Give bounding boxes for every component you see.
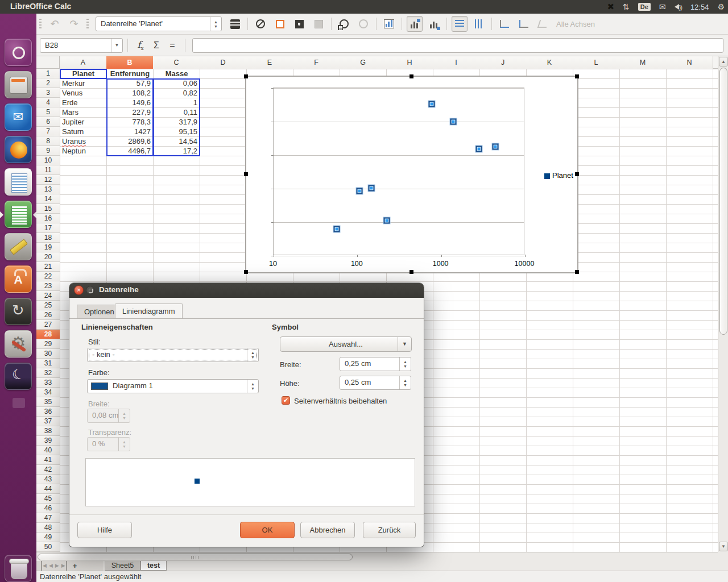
column-header-B[interactable]: B — [106, 56, 154, 69]
data-point[interactable] — [452, 120, 456, 124]
cancel-button[interactable]: Abbrechen — [300, 522, 355, 538]
row-header-32[interactable]: 32 — [36, 368, 60, 378]
data-point[interactable] — [335, 227, 339, 231]
row-header-47[interactable]: 47 — [36, 513, 60, 523]
chart-resize-handle[interactable] — [575, 172, 579, 176]
column-header-G[interactable]: G — [340, 56, 387, 69]
legend-label[interactable]: Planet — [552, 171, 573, 180]
row-header-14[interactable]: 14 — [36, 194, 60, 204]
cell-masse-uranus[interactable]: 14,54 — [154, 137, 199, 147]
row-header-48[interactable]: 48 — [36, 523, 60, 533]
launcher-bleachbit[interactable] — [5, 233, 32, 260]
symbol-height-field[interactable]: 0,25 cm ▲▼ — [340, 376, 411, 390]
fill-color-button[interactable] — [291, 16, 307, 32]
row-header-1[interactable]: 1 — [36, 69, 60, 78]
launcher-system-settings[interactable] — [5, 330, 32, 357]
row-header-25[interactable]: 25 — [36, 301, 60, 310]
row-header-45[interactable]: 45 — [36, 494, 60, 504]
chart-resize-handle[interactable] — [244, 172, 248, 176]
row-header-29[interactable]: 29 — [36, 339, 60, 349]
row-header-22[interactable]: 22 — [36, 272, 60, 281]
cell-planet-venus[interactable]: Venus — [60, 89, 106, 98]
cell-masse-jupiter[interactable]: 317,9 — [154, 118, 199, 127]
clock[interactable]: 12:54 — [690, 3, 709, 11]
chart-object[interactable]: 10100100010000 10001001010,10,01 Planet — [245, 76, 578, 273]
sum-button[interactable]: Σ — [148, 40, 164, 51]
chart-resize-handle[interactable] — [244, 270, 248, 274]
row-header-46[interactable]: 46 — [36, 504, 60, 513]
format-selection-button[interactable] — [227, 16, 243, 32]
row-header-23[interactable]: 23 — [36, 281, 60, 291]
chart-resize-handle[interactable] — [410, 74, 413, 78]
chart-resize-handle[interactable] — [410, 270, 413, 274]
data-point[interactable] — [385, 218, 389, 222]
legend-toggle-button[interactable] — [407, 16, 423, 32]
row-header-18[interactable]: 18 — [36, 233, 60, 243]
cell-masse-erde[interactable]: 1 — [154, 98, 199, 108]
row-header-24[interactable]: 24 — [36, 291, 60, 301]
function-wizard-button[interactable]: fx — [133, 39, 148, 51]
row-header-50[interactable]: 50 — [36, 542, 60, 552]
last-sheet-button[interactable]: ▶ — [61, 561, 67, 571]
mail-icon[interactable]: ✉ — [659, 0, 666, 14]
data-point[interactable] — [477, 147, 481, 151]
row-header-12[interactable]: 12 — [36, 175, 60, 185]
vertical-grid-button[interactable] — [471, 16, 487, 32]
redo-button[interactable]: ↷ — [66, 16, 82, 32]
cell-masse-neptun[interactable]: 17,2 — [154, 147, 199, 156]
cell-entfernung-mars[interactable]: 227,9 — [107, 108, 152, 118]
cell-entfernung-uranus[interactable]: 2869,6 — [107, 137, 152, 147]
row-header-49[interactable]: 49 — [36, 533, 60, 542]
data-point[interactable] — [358, 189, 362, 193]
sheet-tab-test[interactable]: test — [140, 561, 167, 571]
data-table-button[interactable] — [381, 16, 397, 32]
cell-entfernung-venus[interactable]: 108,2 — [107, 89, 152, 98]
line-color-spinner[interactable]: ▲▼ — [247, 380, 258, 393]
next-sheet-button[interactable]: ▶ — [55, 561, 59, 571]
cell-entfernung-saturn[interactable]: 1427 — [107, 127, 152, 137]
cell-planet-jupiter[interactable]: Jupiter — [60, 118, 106, 127]
app-indicator-icon[interactable]: ✖ — [607, 0, 614, 14]
session-gear-icon[interactable]: ⚙ — [717, 0, 725, 14]
column-header-D[interactable]: D — [200, 56, 247, 69]
line-style-spinner[interactable]: ▲▼ — [247, 348, 258, 361]
row-header-21[interactable]: 21 — [36, 262, 60, 272]
cell-masse-merkur[interactable]: 0,06 — [154, 79, 199, 89]
shadow-button[interactable] — [311, 16, 326, 32]
line-color-select[interactable]: Diagramm 1 ▲▼ — [87, 379, 259, 393]
volume-icon[interactable] — [675, 3, 682, 11]
column-header-I[interactable]: I — [433, 56, 480, 69]
row-header-38[interactable]: 38 — [36, 426, 60, 436]
cell-planet-uranus[interactable]: Uranus — [60, 137, 106, 147]
launcher-thunderbird[interactable] — [5, 103, 32, 131]
cell-entfernung-jupiter[interactable]: 778,3 — [107, 118, 152, 127]
launcher-file-manager[interactable] — [5, 71, 32, 98]
undo-button[interactable]: ↶ — [47, 16, 63, 32]
row-header-41[interactable]: 41 — [36, 455, 60, 465]
ok-button[interactable]: OK — [240, 522, 295, 538]
sheet-tab-sheet5[interactable]: Sheet5 — [105, 561, 140, 571]
column-header-J[interactable]: J — [479, 56, 527, 69]
row-header-8[interactable]: 8 — [36, 136, 60, 146]
row-header-39[interactable]: 39 — [36, 436, 60, 446]
symbol-width-field[interactable]: 0,25 cm ▲▼ — [340, 357, 411, 371]
tab-liniendiagramm[interactable]: Liniendiagramm — [115, 304, 183, 318]
scroll-up-button[interactable]: ▲ — [719, 57, 728, 66]
axis-titles-button[interactable] — [426, 16, 442, 32]
chart-type-button[interactable] — [336, 16, 352, 32]
chart-resize-handle[interactable] — [575, 270, 579, 274]
keyboard-layout-indicator[interactable]: De — [638, 3, 651, 11]
row-header-44[interactable]: 44 — [36, 484, 60, 494]
launcher-software-center[interactable] — [5, 265, 32, 293]
chart-resize-handle[interactable] — [575, 74, 579, 78]
3d-view-button[interactable] — [355, 16, 371, 32]
previous-sheet-button[interactable]: ◀ — [49, 561, 53, 571]
column-header-C[interactable]: C — [153, 56, 200, 69]
launcher-screensaver[interactable] — [5, 363, 32, 390]
scroll-down-button[interactable]: ▼ — [719, 542, 728, 551]
add-sheet-button[interactable]: + — [73, 562, 77, 571]
row-header-20[interactable]: 20 — [36, 252, 60, 262]
header-cell-planet[interactable]: Planet — [60, 69, 106, 79]
row-header-42[interactable]: 42 — [36, 465, 60, 475]
row-header-40[interactable]: 40 — [36, 446, 60, 455]
